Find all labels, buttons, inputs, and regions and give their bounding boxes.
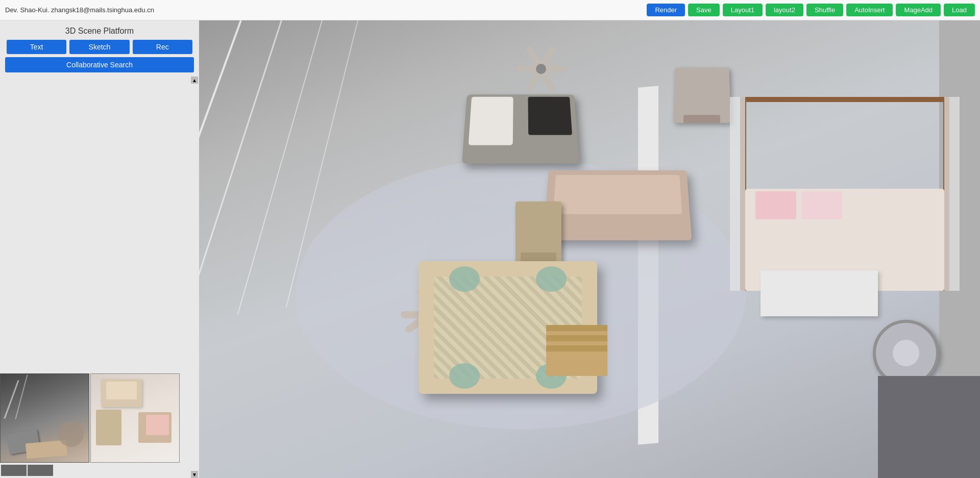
top-buttons: Render Save Layout1 layout2 Shuffle Auto… (647, 4, 975, 16)
thumb1-fan (58, 421, 84, 447)
autoinsert-button[interactable]: AutoInsert (846, 4, 893, 16)
layout1-button[interactable]: Layout1 (723, 4, 763, 16)
main-layout: 3D Scene Platform Text Sketch Rec Collab… (0, 20, 980, 478)
collaborative-search-button[interactable]: Collaborative Search (5, 57, 194, 72)
3d-viewport[interactable] (199, 20, 980, 478)
thumb2-furniture-2 (106, 382, 137, 399)
top-bar: Dev. Shao-Kui. zhangsk18@mails.tsinghua.… (0, 0, 980, 20)
mode-buttons: Text Sketch Rec (0, 40, 199, 54)
mageadd-button[interactable]: MageAdd (896, 4, 941, 16)
folding-chair (516, 202, 561, 263)
thumb2-pillow (146, 415, 169, 435)
thumb-prev-button[interactable] (1, 465, 27, 476)
load-button[interactable]: Load (944, 4, 975, 16)
rec-button[interactable]: Rec (133, 40, 192, 54)
scroll-up-indicator[interactable]: ▲ (191, 77, 198, 84)
sidebar: 3D Scene Platform Text Sketch Rec Collab… (0, 20, 199, 478)
thumb2-furniture-3 (96, 410, 121, 445)
layout2-button[interactable]: layout2 (766, 4, 803, 16)
wood-planks (546, 325, 607, 376)
sketch-button[interactable]: Sketch (69, 40, 129, 54)
sidebar-title: 3D Scene Platform (0, 20, 199, 40)
thumb-next-button[interactable] (28, 465, 53, 476)
ceiling-fan (510, 38, 572, 99)
scene-thumbnail-1[interactable] (0, 373, 89, 463)
thumbnail-strip (0, 373, 199, 465)
chair-wooden (673, 68, 731, 123)
ceiling-line-1 (199, 20, 242, 356)
text-button[interactable]: Text (7, 40, 66, 54)
white-surface (761, 270, 878, 316)
dev-info: Dev. Shao-Kui. zhangsk18@mails.tsinghua.… (5, 6, 154, 14)
ceiling-line-2 (199, 20, 282, 336)
scene-thumbnail-2[interactable] (90, 373, 180, 463)
dark-corner (878, 376, 980, 478)
sofa-gray (462, 94, 579, 164)
shuffle-button[interactable]: Shuffle (806, 4, 843, 16)
scene-background (199, 20, 980, 478)
thumb-nav-buttons (0, 464, 54, 477)
daybed-pink (544, 170, 692, 240)
render-button[interactable]: Render (647, 4, 685, 16)
scroll-down-indicator[interactable]: ▼ (191, 471, 198, 478)
save-button[interactable]: Save (688, 4, 720, 16)
